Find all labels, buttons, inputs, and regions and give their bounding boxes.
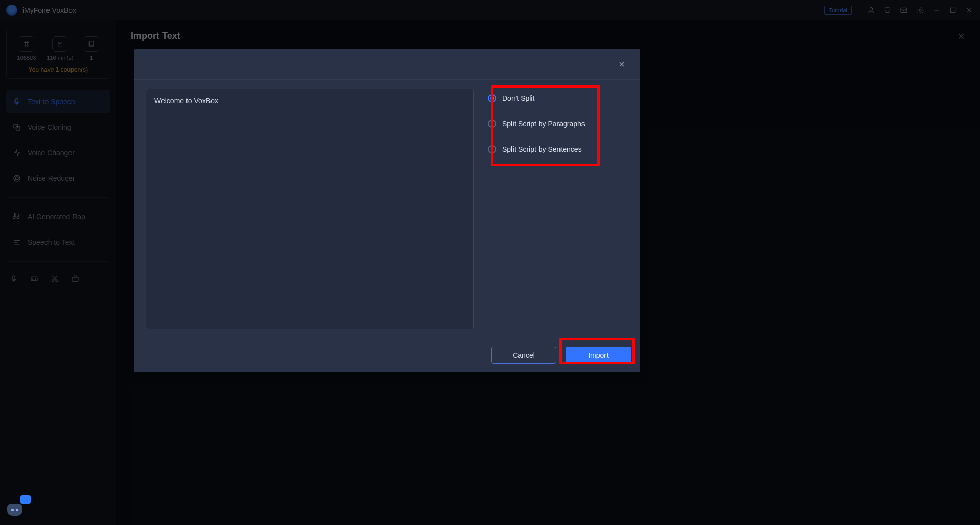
sidebar-item-label: Voice Changer <box>28 149 75 157</box>
stat-chars[interactable]: 106503 <box>17 36 36 61</box>
radio-label: Split Script by Sentences <box>502 145 582 153</box>
modal-header <box>134 49 640 80</box>
stats-box: 106503 116 min(s) 1 You have 1 coupon(s) <box>6 29 110 79</box>
svg-rect-14 <box>31 277 37 281</box>
nav-divider <box>8 197 108 198</box>
record-icon[interactable] <box>9 274 18 283</box>
svg-rect-13 <box>13 276 15 280</box>
svg-rect-17 <box>72 277 78 281</box>
stat-minutes-value: 116 min(s) <box>46 55 73 61</box>
radio-icon <box>488 94 496 102</box>
cut-icon[interactable] <box>50 274 59 283</box>
sidebar-nav: Text to Speech Voice Cloning Voice Chang… <box>6 90 110 288</box>
import-text-area[interactable] <box>146 89 474 329</box>
sidebar-item-label: AI Generated Rap <box>28 213 85 221</box>
split-options: Don't Split Split Script by Paragraphs S… <box>483 89 629 329</box>
sidebar-item-noise[interactable]: Noise Reducer <box>6 167 110 190</box>
svg-rect-4 <box>950 8 955 12</box>
changer-icon <box>12 148 21 157</box>
stat-minutes[interactable]: 116 min(s) <box>46 36 73 61</box>
svg-point-11 <box>15 177 18 180</box>
rap-icon <box>12 212 21 221</box>
sidebar-item-stt[interactable]: Speech to Text <box>6 231 110 254</box>
svg-point-16 <box>56 280 58 282</box>
maximize-icon[interactable] <box>948 6 958 15</box>
user-icon[interactable] <box>867 6 876 15</box>
settings-icon[interactable] <box>916 6 925 15</box>
sidebar-item-rap[interactable]: AI Generated Rap <box>6 205 110 229</box>
sidebar-item-label: Text to Speech <box>28 98 75 106</box>
briefcase-icon[interactable] <box>71 274 80 283</box>
radio-split-sentences[interactable]: Split Script by Sentences <box>488 145 625 153</box>
svg-rect-9 <box>14 124 18 128</box>
sidebar-item-label: Voice Cloning <box>28 123 72 131</box>
tts-icon <box>12 97 21 106</box>
stat-files-value: 1 <box>90 55 93 61</box>
cancel-button[interactable]: Cancel <box>491 347 556 364</box>
page-title: Import Text <box>131 31 180 41</box>
app-title: iMyFone VoxBox <box>22 6 76 14</box>
nav-divider <box>8 261 108 262</box>
page-close-icon[interactable] <box>956 32 966 41</box>
stat-files[interactable]: 1 <box>84 36 99 61</box>
sidebar-item-label: Noise Reducer <box>28 174 75 182</box>
bot-icon <box>7 504 22 516</box>
svg-point-0 <box>870 8 872 10</box>
radio-icon <box>488 120 496 128</box>
stat-chars-value: 106503 <box>17 55 36 61</box>
tutorial-button[interactable]: Tutorial <box>824 6 852 15</box>
noise-icon <box>12 174 21 183</box>
modal-footer: Cancel Import <box>134 338 640 372</box>
svg-rect-7 <box>90 41 94 46</box>
coupon-text[interactable]: You have 1 coupon(s) <box>12 66 105 73</box>
titlebar: iMyFone VoxBox Tutorial <box>0 0 980 20</box>
chat-icon <box>20 495 31 504</box>
tool-row <box>6 269 110 288</box>
stt-icon <box>12 238 21 247</box>
sidebar-item-label: Speech to Text <box>28 238 75 246</box>
sidebar-item-changer[interactable]: Voice Changer <box>6 141 110 165</box>
svg-rect-10 <box>16 127 20 131</box>
radio-label: Don't Split <box>502 94 534 102</box>
app-logo-icon <box>6 5 17 16</box>
import-button[interactable]: Import <box>566 347 631 364</box>
chatbot-bubble[interactable] <box>7 498 28 516</box>
divider <box>859 6 859 15</box>
chars-icon <box>19 36 34 52</box>
radio-label: Split Script by Paragraphs <box>502 120 585 128</box>
radio-icon <box>488 145 496 153</box>
svg-rect-8 <box>16 98 18 102</box>
close-icon[interactable] <box>965 6 974 15</box>
discord-icon[interactable] <box>883 6 892 15</box>
radio-split-paragraphs[interactable]: Split Script by Paragraphs <box>488 120 625 128</box>
mail-icon[interactable] <box>899 6 908 15</box>
sidebar-item-cloning[interactable]: Voice Cloning <box>6 116 110 139</box>
files-icon <box>84 36 99 52</box>
radio-dont-split[interactable]: Don't Split <box>488 94 625 102</box>
sidebar: 106503 116 min(s) 1 You have 1 coupon(s)… <box>0 20 116 525</box>
radio-group: Don't Split Split Script by Paragraphs S… <box>483 91 629 161</box>
sidebar-item-tts[interactable]: Text to Speech <box>6 90 110 113</box>
svg-point-15 <box>52 280 54 282</box>
convert-icon[interactable] <box>30 274 39 283</box>
modal-close-icon[interactable] <box>618 60 626 69</box>
cloning-icon <box>12 123 21 132</box>
import-modal: Don't Split Split Script by Paragraphs S… <box>134 49 640 372</box>
svg-point-12 <box>14 175 20 181</box>
minimize-icon[interactable] <box>932 6 941 15</box>
minutes-icon <box>52 36 67 52</box>
svg-point-2 <box>919 9 921 11</box>
